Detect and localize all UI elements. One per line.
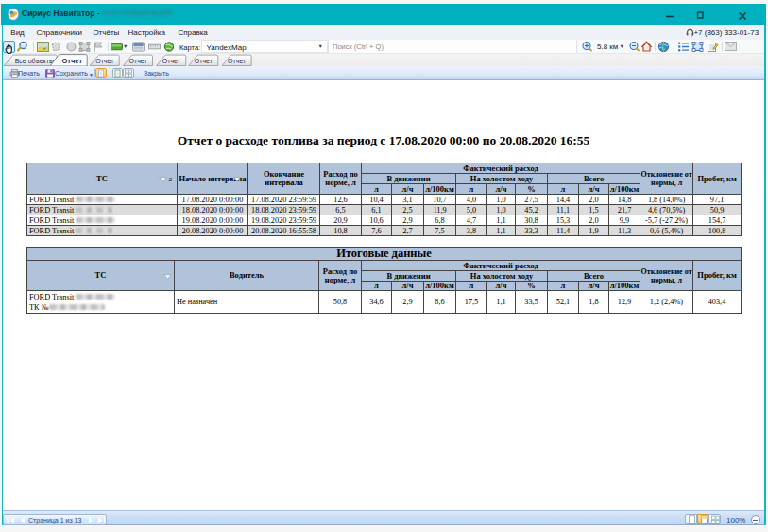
svg-text:Отчет: Отчет bbox=[162, 58, 181, 64]
svg-text:Отчет: Отчет bbox=[228, 58, 247, 64]
svg-text:Отчет: Отчет bbox=[95, 58, 114, 64]
svg-text:Отчет: Отчет bbox=[195, 58, 213, 64]
svg-text:Все объекты: Все объекты bbox=[15, 58, 54, 64]
svg-text:Отчет: Отчет bbox=[61, 57, 82, 65]
svg-text:Отчет: Отчет bbox=[129, 58, 148, 64]
